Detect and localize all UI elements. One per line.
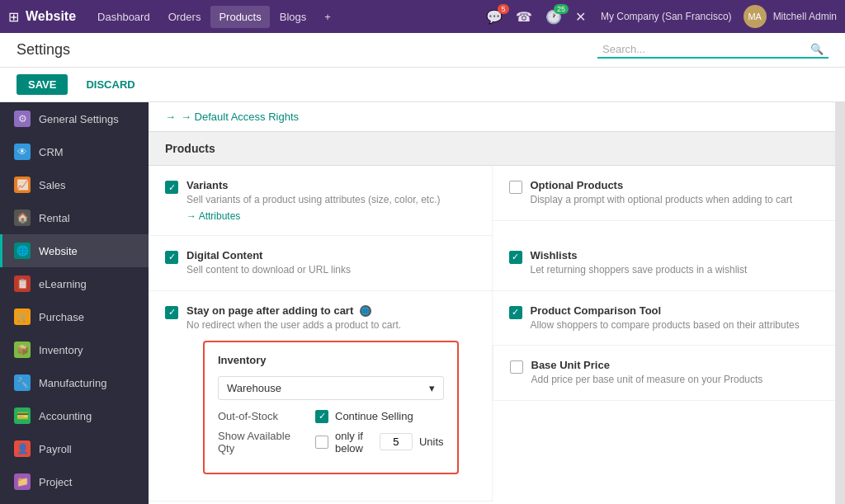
- optional-products-content: Optional Products Display a prompt with …: [531, 179, 793, 207]
- manufacturing-icon: 🔧: [14, 374, 31, 391]
- continue-selling-label: Continue Selling: [335, 410, 413, 422]
- base-unit-price-item: Base Unit Price Add price per base unit …: [493, 346, 836, 401]
- nav-orders[interactable]: Orders: [160, 6, 210, 28]
- stay-on-page-checkbox[interactable]: ✓: [165, 306, 178, 319]
- save-button[interactable]: SAVE: [17, 74, 68, 95]
- nav-icons: 💬 5 ☎ 🕐 25 ✕ My Company (San Francisco) …: [483, 5, 837, 28]
- sidebar-item-inventory[interactable]: 📦 Inventory: [0, 333, 149, 366]
- products-section: Products ✓ Variants Sell variants of a p…: [149, 132, 835, 504]
- sidebar-label-rental: Rental: [39, 212, 70, 224]
- wishlists-content: Wishlists Let returning shoppers save pr…: [531, 249, 748, 277]
- sidebar-item-accounting[interactable]: 💳 Accounting: [0, 399, 149, 432]
- clock-badge: 25: [554, 4, 569, 14]
- right-col-bottom: ✓ Product Comparison Tool Allow shoppers…: [493, 291, 836, 502]
- search-bar[interactable]: 🔍: [597, 41, 828, 59]
- sidebar-item-payroll[interactable]: 👤 Payroll: [0, 432, 149, 465]
- phone-icon[interactable]: ☎: [512, 6, 536, 28]
- sidebar-item-rental[interactable]: 🏠 Rental: [0, 201, 149, 234]
- main-layout: ⚙ General Settings 👁 CRM 📈 Sales 🏠 Renta…: [0, 102, 845, 504]
- digital-content-title: Digital Content: [186, 249, 351, 261]
- attributes-link[interactable]: → Attributes: [186, 210, 440, 222]
- variants-item: ✓ Variants Sell variants of a product us…: [149, 166, 492, 236]
- show-available-checkbox[interactable]: [315, 436, 328, 449]
- sidebar-item-sales[interactable]: 📈 Sales: [0, 168, 149, 201]
- nav-products[interactable]: Products: [210, 6, 269, 28]
- close-icon[interactable]: ✕: [572, 6, 589, 28]
- row-3: ✓ Stay on page after adding to cart 🌐 No…: [149, 291, 835, 502]
- search-input[interactable]: [602, 43, 805, 55]
- stay-on-page-desc: No redirect when the user adds a product…: [186, 318, 475, 332]
- optional-products-checkbox[interactable]: [509, 181, 522, 194]
- variants-title: Variants: [186, 179, 440, 191]
- settings-header: Settings 🔍: [0, 33, 845, 68]
- product-comparison-checkbox[interactable]: ✓: [509, 306, 522, 319]
- website-icon: 🌐: [14, 243, 31, 259]
- variants-checkbox[interactable]: ✓: [165, 181, 178, 194]
- project-icon: 📁: [14, 473, 31, 490]
- warehouse-label: Warehouse: [227, 382, 281, 394]
- optional-products-setting: Optional Products Display a prompt with …: [493, 166, 836, 236]
- right-scrollbar[interactable]: [835, 102, 845, 504]
- action-bar: SAVE DISCARD: [0, 68, 845, 102]
- top-navigation: ⊞ Website Dashboard Orders Products Blog…: [0, 0, 845, 33]
- product-comparison-title: Product Comparison Tool: [531, 304, 800, 317]
- sidebar-label-project: Project: [39, 476, 72, 488]
- continue-selling-checkbox[interactable]: ✓: [315, 410, 328, 423]
- search-icon: 🔍: [810, 43, 824, 55]
- digital-content-checkbox[interactable]: ✓: [165, 251, 178, 264]
- sidebar-label-payroll: Payroll: [39, 443, 72, 455]
- digital-content-content: Digital Content Sell content to download…: [186, 249, 351, 277]
- sidebar-label-sales: Sales: [39, 179, 66, 191]
- nav-dashboard[interactable]: Dashboard: [89, 6, 158, 28]
- sidebar-item-project[interactable]: 📁 Project: [0, 465, 149, 498]
- wishlists-desc: Let returning shoppers save products in …: [531, 263, 748, 277]
- base-unit-price-checkbox[interactable]: [510, 360, 523, 374]
- nav-blogs[interactable]: Blogs: [271, 6, 315, 28]
- sidebar-label-purchase: Purchase: [39, 311, 84, 323]
- settings-grid: ✓ Variants Sell variants of a product us…: [149, 166, 835, 504]
- sidebar-item-general-settings[interactable]: ⚙ General Settings: [0, 102, 149, 135]
- wishlists-setting: ✓ Wishlists Let returning shoppers save …: [493, 236, 836, 291]
- sidebar-label-website: Website: [39, 245, 78, 257]
- optional-products-title: Optional Products: [531, 179, 793, 191]
- grid-icon[interactable]: ⊞: [8, 9, 19, 25]
- discard-button[interactable]: DISCARD: [74, 74, 146, 95]
- chat-icon[interactable]: 💬 5: [483, 6, 506, 28]
- warehouse-dropdown[interactable]: Warehouse ▾: [218, 376, 444, 400]
- sales-icon: 📈: [14, 177, 31, 193]
- sidebar-item-purchase[interactable]: 🛒 Purchase: [0, 300, 149, 333]
- logo-area[interactable]: ⊞ Website: [8, 9, 76, 25]
- accounting-icon: 💳: [14, 407, 31, 424]
- product-comparison-item: ✓ Product Comparison Tool Allow shoppers…: [493, 291, 836, 346]
- avatar[interactable]: MA: [744, 5, 767, 28]
- rental-icon: 🏠: [14, 210, 31, 226]
- sidebar-item-manufacturing[interactable]: 🔧 Manufacturing: [0, 366, 149, 399]
- variants-content: Variants Sell variants of a product usin…: [186, 179, 440, 222]
- sidebar-item-crm[interactable]: 👁 CRM: [0, 135, 149, 168]
- below-value-input[interactable]: [380, 433, 413, 450]
- wishlists-checkbox[interactable]: ✓: [509, 251, 522, 264]
- nav-plus[interactable]: +: [316, 6, 339, 28]
- optional-products-desc: Display a prompt with optional products …: [531, 193, 793, 207]
- sidebar-label-elearning: eLearning: [39, 278, 87, 290]
- clock-icon[interactable]: 🕐 25: [542, 6, 565, 28]
- default-access-rights-link[interactable]: → → Default Access Rights: [149, 102, 835, 132]
- base-unit-price-content: Base Unit Price Add price per base unit …: [531, 359, 763, 387]
- sidebar-label-accounting: Accounting: [39, 410, 92, 422]
- sidebar-item-elearning[interactable]: 📋 eLearning: [0, 267, 149, 300]
- inventory-box: Inventory Warehouse ▾ Out-of-Stock ✓ Con…: [203, 341, 459, 474]
- general-settings-icon: ⚙: [14, 111, 31, 127]
- access-rights-label: → Default Access Rights: [181, 111, 299, 123]
- sidebar-label-general-settings: General Settings: [39, 113, 119, 125]
- optional-products-item: Optional Products Display a prompt with …: [493, 166, 836, 221]
- row-2: ✓ Digital Content Sell content to downlo…: [149, 236, 835, 291]
- sidebar-item-website[interactable]: 🌐 Website: [0, 234, 149, 267]
- crm-icon: 👁: [14, 144, 31, 160]
- page-title: Settings: [17, 41, 70, 59]
- dropdown-arrow-icon: ▾: [429, 382, 435, 394]
- nav-links: Dashboard Orders Products Blogs +: [89, 6, 478, 28]
- variants-setting: ✓ Variants Sell variants of a product us…: [149, 166, 493, 236]
- sidebar-label-inventory: Inventory: [39, 344, 83, 356]
- content-area: → → Default Access Rights Products ✓ Var…: [149, 102, 835, 504]
- inventory-box-title: Inventory: [218, 354, 444, 366]
